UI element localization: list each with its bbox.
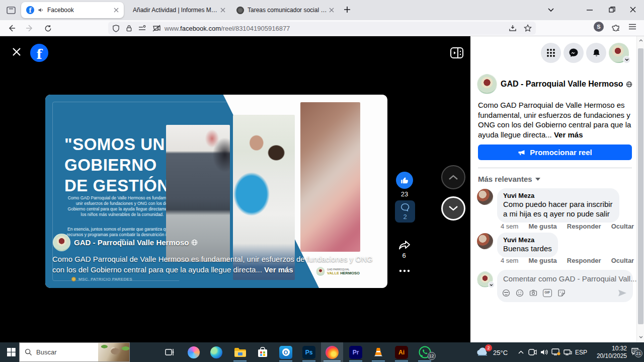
- cast-screen-icon[interactable]: [551, 348, 560, 355]
- see-more-link[interactable]: Ver más: [554, 130, 583, 139]
- facebook-logo[interactable]: f: [30, 44, 48, 62]
- tab-tareas[interactable]: Tareas comunicador social GAD: [232, 2, 338, 18]
- lock-icon[interactable]: [126, 25, 132, 32]
- window-close-icon[interactable]: [622, 0, 644, 19]
- page-name-row[interactable]: GAD - Parroquial Valle Hermoso: [501, 80, 632, 89]
- close-reel-icon[interactable]: [12, 47, 21, 56]
- comment-time[interactable]: 4 sem: [501, 257, 518, 264]
- task-view-button[interactable]: [158, 342, 181, 362]
- shield-icon[interactable]: [112, 25, 120, 32]
- window-minimize-icon[interactable]: [579, 0, 601, 19]
- file-explorer-button[interactable]: [229, 342, 251, 362]
- running-indicator: [349, 360, 362, 361]
- taskbar-search-box[interactable]: Buscar: [19, 342, 130, 362]
- comment-composer[interactable]: Comentar como GAD - Parroquial Vall... G…: [497, 270, 633, 302]
- like-button[interactable]: [396, 172, 413, 189]
- page-avatar[interactable]: [477, 74, 497, 94]
- scrollbar-thumb[interactable]: [638, 48, 643, 324]
- tab-close-icon[interactable]: [220, 8, 225, 13]
- share-button[interactable]: [398, 239, 411, 251]
- overlay-page-name-row[interactable]: GAD - Parroquial Valle Hermoso: [74, 238, 198, 247]
- new-tab-icon[interactable]: [342, 5, 352, 15]
- emoji-icon[interactable]: [516, 289, 524, 297]
- comments-button[interactable]: 2: [395, 200, 415, 223]
- copilot-button[interactable]: [183, 342, 205, 362]
- tab-close-icon[interactable]: [329, 8, 334, 13]
- caption-see-more[interactable]: Ver más: [264, 265, 293, 274]
- list-all-tabs-icon[interactable]: [540, 0, 562, 19]
- more-options-icon[interactable]: [398, 269, 411, 273]
- scroll-down-icon[interactable]: [639, 336, 643, 338]
- forward-icon[interactable]: [23, 22, 36, 35]
- address-bar[interactable]: www.facebook.com/reel/831041905916877: [108, 22, 536, 35]
- gif-icon[interactable]: GIF: [543, 289, 552, 297]
- profile-avatar[interactable]: [609, 43, 629, 63]
- clock-time[interactable]: 10:32: [594, 345, 627, 352]
- bookmark-star-icon[interactable]: [524, 24, 532, 32]
- meet-now-icon[interactable]: [528, 349, 537, 355]
- overlay-page-name: GAD - Parroquial Valle Hermoso: [74, 238, 189, 247]
- permissions-icon[interactable]: [138, 25, 146, 31]
- premiere-button[interactable]: Pr: [345, 342, 367, 362]
- language-indicator[interactable]: ESP: [575, 349, 587, 356]
- tab-audio-icon[interactable]: [38, 7, 44, 13]
- tray-expand-icon[interactable]: [518, 350, 524, 354]
- weather-button[interactable]: 2: [476, 346, 489, 358]
- comment-like-link[interactable]: Me gusta: [528, 257, 556, 264]
- notification-center-icon[interactable]: 21: [631, 347, 639, 355]
- camera-icon[interactable]: [529, 289, 537, 297]
- overlay-page-avatar[interactable]: [53, 234, 70, 251]
- comment-hide-link[interactable]: Ocultar: [611, 257, 634, 264]
- tab-informes[interactable]: Añadir Actividad | Informes Mensua: [129, 2, 229, 18]
- url-text[interactable]: www.facebook.com/reel/831041905916877: [165, 25, 290, 32]
- microsoft-store-button[interactable]: [252, 342, 274, 362]
- comment-like-link[interactable]: Me gusta: [528, 223, 556, 230]
- comment-time[interactable]: 4 sem: [501, 223, 518, 230]
- photoshop-button[interactable]: Ps: [298, 342, 320, 362]
- tab-close-icon[interactable]: [114, 8, 119, 13]
- clock-date[interactable]: 20/10/2025: [590, 352, 627, 359]
- composer-avatar[interactable]: [477, 271, 493, 287]
- sidebar-scrollbar[interactable]: [636, 36, 644, 342]
- temperature-label[interactable]: 25°C: [493, 349, 508, 356]
- save-page-icon[interactable]: [509, 24, 517, 32]
- comment-reply-link[interactable]: Responder: [567, 223, 601, 230]
- network-icon[interactable]: [564, 349, 572, 355]
- reload-icon[interactable]: [41, 22, 54, 35]
- whatsapp-button[interactable]: 12: [414, 342, 436, 362]
- apps-menu-button[interactable]: [541, 43, 561, 63]
- vlc-button[interactable]: [367, 342, 389, 362]
- promote-reel-button[interactable]: Promocionar reel: [478, 144, 632, 160]
- extension-s-icon[interactable]: S: [594, 22, 604, 32]
- menu-hamburger-icon[interactable]: [628, 23, 636, 30]
- firefox-button[interactable]: [321, 342, 343, 362]
- comments-sort-dropdown[interactable]: Más relevantes: [478, 175, 540, 183]
- autoplay-blocked-icon[interactable]: [152, 25, 160, 32]
- scroll-up-icon[interactable]: [639, 39, 643, 42]
- reel-video[interactable]: "SOMOS UN GOBIERNO DE GESTIÓN" Como GAD …: [45, 95, 387, 288]
- comment-avatar[interactable]: [477, 189, 493, 205]
- previous-reel-button[interactable]: [441, 165, 465, 189]
- messenger-button[interactable]: [564, 43, 584, 63]
- volume-icon[interactable]: [540, 349, 548, 355]
- comment-author[interactable]: Yuvi Meza: [503, 192, 613, 199]
- comment-author[interactable]: Yuvi Meza: [503, 236, 552, 244]
- extensions-puzzle-icon[interactable]: [612, 23, 620, 31]
- outlook-button[interactable]: O: [275, 342, 297, 362]
- firefox-view-icon[interactable]: [5, 4, 17, 16]
- next-reel-button[interactable]: [441, 196, 465, 221]
- comment-hide-link[interactable]: Ocultar: [611, 223, 634, 230]
- edge-button[interactable]: [205, 342, 227, 362]
- avatar-sticker-icon[interactable]: [502, 289, 510, 297]
- collapse-sidebar-icon[interactable]: [450, 47, 463, 58]
- illustrator-button[interactable]: Ai: [390, 342, 413, 362]
- send-icon[interactable]: [618, 289, 627, 297]
- back-icon[interactable]: [5, 22, 18, 35]
- comment-reply-link[interactable]: Responder: [567, 257, 601, 264]
- sticker-icon[interactable]: [557, 289, 566, 297]
- tab-facebook[interactable]: f Facebook: [21, 2, 124, 18]
- window-restore-icon[interactable]: [601, 0, 623, 19]
- notifications-button[interactable]: [586, 43, 606, 63]
- reel-headline-line2: GOBIERNO: [64, 155, 157, 175]
- comment-avatar[interactable]: [477, 233, 493, 249]
